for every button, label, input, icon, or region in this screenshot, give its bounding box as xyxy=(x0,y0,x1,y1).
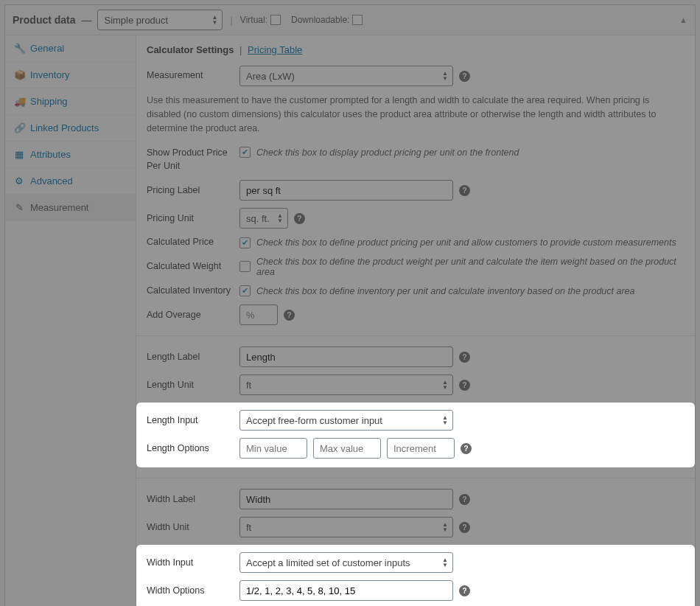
highlight-length-input: Length Input Accept free-form customer i… xyxy=(136,403,695,467)
tab-shipping[interactable]: 🚚Shipping xyxy=(5,88,136,115)
dropdown-arrows-icon: ▲▼ xyxy=(442,71,448,81)
width-options-input[interactable] xyxy=(239,580,453,601)
calc-weight-hint: Check this box to define the product wei… xyxy=(256,257,685,277)
side-tabs: 🔧General 📦Inventory 🚚Shipping 🔗Linked Pr… xyxy=(5,35,136,606)
dropdown-arrows-icon: ▲▼ xyxy=(442,415,448,425)
help-icon[interactable]: ? xyxy=(459,71,470,82)
help-icon[interactable]: ? xyxy=(459,352,470,363)
row-pricing-label: Pricing Label ? xyxy=(147,180,685,201)
row-add-overage: Add Overage ? xyxy=(147,304,685,325)
pricing-label-input[interactable] xyxy=(239,180,453,201)
panel-title-text: Product data xyxy=(13,14,76,26)
length-unit-value: ft xyxy=(246,380,251,391)
label-length-input: Length Input xyxy=(147,414,239,428)
label-width-unit: Width Unit xyxy=(147,521,239,534)
help-icon[interactable]: ? xyxy=(459,494,470,505)
label-length-options: Length Options xyxy=(147,442,239,456)
tab-content: Calculator Settings | Pricing Table Meas… xyxy=(136,35,695,606)
pricing-table-link[interactable]: Pricing Table xyxy=(248,44,302,55)
dropdown-arrows-icon: ▲▼ xyxy=(442,557,448,568)
pricing-unit-select[interactable]: sq. ft. ▲▼ xyxy=(239,208,288,229)
width-input-select[interactable]: Accept a limited set of customer inputs … xyxy=(239,552,453,573)
pricing-unit-value: sq. ft. xyxy=(246,213,270,224)
calc-inventory-checkbox[interactable] xyxy=(239,285,251,296)
tab-measurement[interactable]: ✎Measurement xyxy=(5,195,136,221)
help-icon[interactable]: ? xyxy=(459,522,470,533)
row-length-label: Length Label ? xyxy=(147,346,685,367)
downloadable-label: Downloadable: xyxy=(291,15,349,25)
pencil-icon: ✎ xyxy=(14,202,24,213)
length-unit-select[interactable]: ft ▲▼ xyxy=(239,375,453,395)
dropdown-arrows-icon: ▲▼ xyxy=(442,380,448,390)
length-min-input[interactable] xyxy=(239,438,307,459)
tab-advanced[interactable]: ⚙Advanced xyxy=(5,168,136,195)
label-width-label: Width Label xyxy=(147,493,239,506)
collapse-panel-icon[interactable]: ▲ xyxy=(679,15,687,24)
row-measurement: Measurement Area (LxW) ▲▼ ? xyxy=(147,66,685,86)
tab-inventory-label: Inventory xyxy=(30,69,69,80)
tab-advanced-label: Advanced xyxy=(30,175,73,187)
panel-body: 🔧General 📦Inventory 🚚Shipping 🔗Linked Pr… xyxy=(5,35,695,606)
label-measurement: Measurement xyxy=(147,69,239,83)
label-add-overage: Add Overage xyxy=(147,309,239,322)
length-label-input[interactable] xyxy=(239,346,453,367)
row-calc-inventory: Calculated Inventory Check this box to d… xyxy=(147,285,685,298)
label-length-label: Length Label xyxy=(147,351,239,364)
separator: | xyxy=(230,15,232,26)
tab-linked-products[interactable]: 🔗Linked Products xyxy=(5,115,136,142)
calc-inventory-hint: Check this box to define inventory per u… xyxy=(256,286,635,296)
section-head: Calculator Settings | Pricing Table xyxy=(147,44,685,55)
calc-price-checkbox[interactable] xyxy=(239,237,251,248)
tab-attributes-label: Attributes xyxy=(30,149,71,160)
show-price-checkbox[interactable] xyxy=(239,147,251,158)
tab-inventory[interactable]: 📦Inventory xyxy=(5,62,136,88)
measurement-select[interactable]: Area (LxW) ▲▼ xyxy=(239,66,453,86)
length-increment-input[interactable] xyxy=(387,438,455,459)
row-width-unit: Width Unit ft ▲▼ ? xyxy=(147,517,685,537)
overage-input[interactable] xyxy=(239,304,278,325)
row-calc-weight: Calculated Weight Check this box to defi… xyxy=(147,257,685,277)
row-length-options: Length Options ? xyxy=(147,438,685,459)
product-data-panel-container: Product data — Simple product ▲▼ | Virtu… xyxy=(0,0,700,606)
help-icon[interactable]: ? xyxy=(461,443,472,454)
help-icon[interactable]: ? xyxy=(294,213,305,224)
width-unit-select[interactable]: ft ▲▼ xyxy=(239,517,453,537)
highlight-width-input: Width Input Accept a limited set of cust… xyxy=(136,545,695,606)
help-icon[interactable]: ? xyxy=(459,585,470,596)
label-width-options: Width Options xyxy=(147,585,239,598)
help-icon[interactable]: ? xyxy=(459,380,470,391)
product-type-select[interactable]: Simple product ▲▼ xyxy=(97,10,223,30)
link-icon: 🔗 xyxy=(14,122,24,133)
tab-attributes[interactable]: ▦Attributes xyxy=(5,142,136,168)
help-icon[interactable]: ? xyxy=(284,310,295,321)
width-label-input[interactable] xyxy=(239,489,453,509)
row-length-input: Length Input Accept free-form customer i… xyxy=(147,410,685,431)
label-show-price: Show Product Price Per Unit xyxy=(147,147,239,173)
truck-icon: 🚚 xyxy=(14,96,24,107)
tag-icon: ▦ xyxy=(14,149,24,160)
row-length-unit: Length Unit ft ▲▼ ? xyxy=(147,375,685,395)
downloadable-checkbox[interactable] xyxy=(352,15,363,25)
measurement-select-value: Area (LxW) xyxy=(246,71,295,82)
tab-general[interactable]: 🔧General xyxy=(5,35,136,62)
tab-general-label: General xyxy=(30,43,64,54)
row-width-label: Width Label ? xyxy=(147,489,685,509)
row-show-price: Show Product Price Per Unit Check this b… xyxy=(147,147,685,173)
panel-title: Product data — xyxy=(13,14,91,26)
tab-measurement-label: Measurement xyxy=(30,202,88,213)
label-pricing-label: Pricing Label xyxy=(147,184,239,198)
label-width-input: Width Input xyxy=(147,557,239,570)
measurement-description: Use this measurement to have the custome… xyxy=(147,94,685,135)
width-input-value: Accept a limited set of customer inputs xyxy=(246,557,410,568)
product-data-panel: Product data — Simple product ▲▼ | Virtu… xyxy=(4,4,696,606)
virtual-checkbox[interactable] xyxy=(270,15,281,25)
calc-weight-checkbox[interactable] xyxy=(239,261,251,272)
length-max-input[interactable] xyxy=(313,438,381,459)
help-icon[interactable]: ? xyxy=(459,185,470,196)
virtual-label: Virtual: xyxy=(240,15,267,25)
wrench-icon: 🔧 xyxy=(14,43,24,54)
calc-price-hint: Check this box to define product pricing… xyxy=(256,237,676,248)
dropdown-arrows-icon: ▲▼ xyxy=(277,213,283,223)
length-input-select[interactable]: Accept free-form customer input ▲▼ xyxy=(239,410,453,431)
label-length-unit: Length Unit xyxy=(147,379,239,392)
